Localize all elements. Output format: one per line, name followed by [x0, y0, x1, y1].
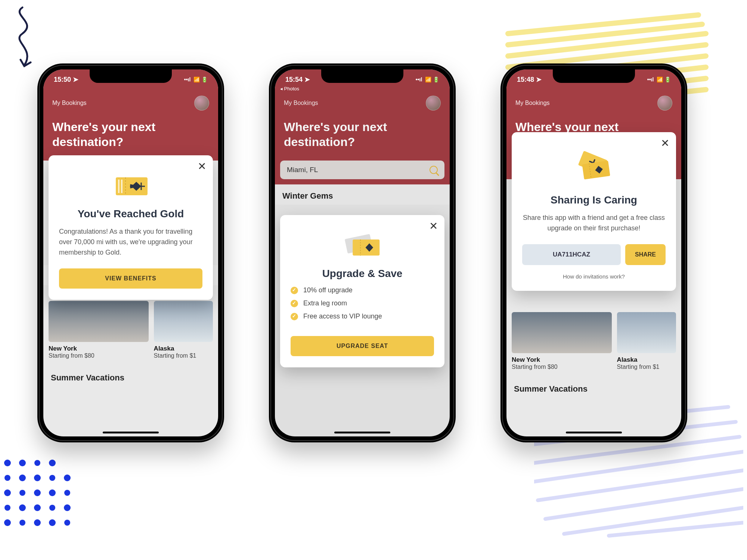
upgrade-modal: ✕ Upgrade & Save 10% off upgrade Extra l… [280, 215, 444, 367]
home-indicator[interactable] [334, 432, 390, 433]
location-icon: ➤ [536, 75, 542, 84]
destination-name: New York [512, 356, 612, 364]
destination-image [154, 301, 213, 342]
share-modal: ✕ Sharing Is Caring Share this app with … [512, 132, 676, 291]
svg-point-21 [34, 519, 41, 526]
status-icons: ••ıl 📶 🔋 [416, 77, 439, 83]
phone-mockup-3: 15:48➤ ••ıl 📶 🔋 My Bookings Where's your… [500, 63, 687, 442]
my-bookings-link[interactable]: My Bookings [52, 100, 87, 106]
destination-card[interactable]: Alaska Starting from $1 [154, 301, 213, 359]
svg-point-18 [64, 504, 71, 511]
help-link[interactable]: How do invitations work? [522, 273, 666, 280]
modal-body: Congratulations! As a thank you for trav… [59, 227, 202, 258]
notch [321, 69, 403, 83]
back-to-app[interactable]: ◂ Photos [280, 86, 299, 91]
destination-price: Starting from $1 [617, 364, 676, 370]
destination-image [512, 312, 612, 353]
referral-code[interactable]: UA711HCAZ [522, 244, 621, 265]
svg-point-19 [4, 519, 11, 526]
upgrade-seat-button[interactable]: UPGRADE SEAT [291, 336, 434, 356]
svg-rect-26 [121, 180, 123, 193]
svg-rect-25 [118, 180, 120, 193]
share-button[interactable]: SHARE [625, 244, 666, 265]
benefit-item: 10% off upgrade [291, 286, 434, 294]
svg-point-4 [4, 475, 10, 481]
svg-point-1 [19, 460, 26, 466]
svg-point-10 [19, 490, 25, 496]
close-icon[interactable]: ✕ [661, 138, 669, 149]
location-icon: ➤ [304, 75, 310, 84]
close-icon[interactable]: ✕ [429, 221, 438, 231]
check-icon [291, 300, 298, 307]
tickets-icon [571, 146, 616, 187]
modal-title: Sharing Is Caring [522, 194, 666, 206]
search-input[interactable] [287, 166, 407, 174]
page-title: Where's your next destination? [284, 119, 441, 149]
my-bookings-link[interactable]: My Bookings [515, 100, 550, 106]
svg-point-11 [34, 489, 41, 496]
benefit-text: 10% off upgrade [303, 286, 353, 294]
destination-card[interactable]: Alaska Starting from $1 [617, 312, 676, 370]
svg-point-6 [34, 475, 41, 481]
svg-point-15 [19, 504, 26, 511]
avatar[interactable] [426, 96, 441, 111]
search-icon[interactable] [430, 166, 438, 174]
gold-modal: ✕ You've Reached Gold Congratulations! A… [49, 155, 213, 300]
destination-card[interactable]: New York Starting from $80 [512, 312, 612, 370]
status-time: 15:50 [54, 76, 71, 84]
svg-point-8 [64, 475, 71, 481]
decorative-blue-dots [0, 455, 82, 538]
phone-mockup-2: 15:54➤ ••ıl 📶 🔋 ◂ Photos My Bookings Whe… [269, 63, 456, 442]
svg-point-3 [49, 460, 56, 466]
view-benefits-button[interactable]: VIEW BENEFITS [59, 268, 202, 289]
destination-price: Starting from $80 [512, 364, 612, 370]
destination-price: Starting from $1 [154, 352, 213, 359]
location-icon: ➤ [73, 75, 78, 84]
tickets-icon [340, 229, 385, 261]
decorative-arrow [4, 4, 45, 71]
svg-point-2 [34, 460, 40, 466]
modal-body: Share this app with a friend and get a f… [522, 213, 666, 234]
avatar[interactable] [657, 96, 672, 111]
avatar[interactable] [194, 96, 209, 111]
destination-image [49, 301, 149, 342]
destination-price: Starting from $80 [49, 352, 149, 359]
svg-point-16 [34, 504, 41, 511]
home-indicator[interactable] [103, 432, 159, 433]
page-title: Where's your next destination? [52, 119, 209, 149]
my-bookings-link[interactable]: My Bookings [284, 100, 318, 106]
ticket-icon [108, 169, 153, 201]
destination-name: New York [49, 345, 149, 352]
svg-point-12 [49, 489, 56, 496]
status-icons: ••ıl 📶 🔋 [184, 77, 208, 83]
svg-point-7 [49, 475, 55, 481]
notch [90, 69, 172, 83]
home-indicator[interactable] [566, 432, 622, 433]
status-icons: ••ıl 📶 🔋 [647, 77, 671, 83]
destination-name: Alaska [617, 356, 676, 364]
search-field[interactable] [280, 161, 444, 179]
status-time: 15:54 [285, 76, 303, 84]
svg-point-20 [19, 520, 25, 526]
close-icon[interactable]: ✕ [198, 161, 206, 172]
benefit-text: Free access to VIP lounge [303, 312, 382, 320]
svg-point-14 [4, 505, 10, 511]
svg-point-5 [19, 475, 26, 481]
section-title-summer: Summer Vacations [506, 377, 681, 398]
check-icon [291, 313, 298, 320]
modal-title: You've Reached Gold [59, 208, 202, 220]
modal-title: Upgrade & Save [291, 268, 434, 280]
destination-name: Alaska [154, 345, 213, 352]
benefit-item: Free access to VIP lounge [291, 312, 434, 320]
section-title-summer: Summer Vacations [43, 366, 218, 386]
svg-point-13 [64, 490, 70, 496]
svg-point-17 [49, 505, 55, 511]
destination-card[interactable]: New York Starting from $80 [49, 301, 149, 359]
svg-point-9 [4, 489, 11, 496]
section-title-winter: Winter Gems [275, 184, 450, 205]
check-icon [291, 287, 298, 294]
destination-image [617, 312, 676, 353]
svg-point-22 [49, 519, 56, 526]
benefit-item: Extra leg room [291, 299, 434, 307]
status-time: 15:48 [517, 76, 534, 84]
